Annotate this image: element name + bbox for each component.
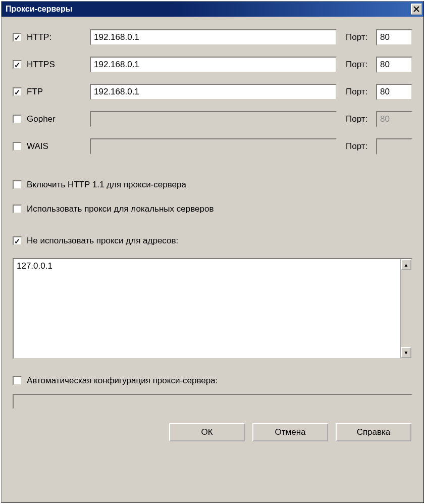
- scrollbar: ▲ ▼: [400, 259, 411, 358]
- gopher-checkbox[interactable]: [13, 115, 22, 124]
- autocfg-checkbox[interactable]: [13, 376, 22, 385]
- https-port-label: Порт:: [346, 60, 376, 70]
- http11-checkbox[interactable]: [13, 180, 22, 189]
- exclude-checkbox[interactable]: [13, 236, 22, 245]
- button-row: ОК Отмена Справка: [13, 423, 412, 441]
- http-checkbox[interactable]: [13, 33, 22, 42]
- http-label[interactable]: HTTP:: [27, 32, 90, 42]
- gopher-label[interactable]: Gopher: [27, 114, 90, 124]
- cancel-button[interactable]: Отмена: [252, 423, 328, 441]
- https-address-input[interactable]: [90, 57, 337, 73]
- wais-port-input: [376, 138, 412, 155]
- ok-button[interactable]: ОК: [169, 423, 245, 441]
- window-title: Прокси-серверы: [6, 5, 72, 14]
- http-port-label: Порт:: [346, 32, 376, 42]
- https-checkbox[interactable]: [13, 60, 22, 69]
- option-autocfg: Автоматическая конфигурация прокси-серве…: [13, 376, 412, 386]
- proxy-row-ftp: FTP Порт:: [13, 84, 412, 100]
- https-label[interactable]: HTTPS: [27, 60, 90, 70]
- ftp-address-input[interactable]: [90, 84, 337, 100]
- autocfg-label[interactable]: Автоматическая конфигурация прокси-серве…: [27, 376, 218, 386]
- http-address-input[interactable]: [90, 29, 337, 45]
- wais-address-input: [90, 138, 337, 155]
- wais-port-label: Порт:: [346, 141, 376, 152]
- gopher-port-label: Порт:: [346, 114, 376, 124]
- option-local: Использовать прокси для локальных сервер…: [13, 204, 412, 214]
- http-port-input[interactable]: [376, 29, 412, 45]
- exclude-label[interactable]: Не использовать прокси для адресов:: [27, 236, 178, 246]
- local-checkbox[interactable]: [13, 205, 22, 214]
- dialog-content: HTTP: Порт: HTTPS Порт: FTP Порт: Gopher: [2, 17, 423, 502]
- ftp-checkbox[interactable]: [13, 87, 22, 96]
- proxy-dialog: Прокси-серверы HTTP: Порт: HTTPS Порт: F…: [1, 1, 424, 503]
- option-http11: Включить HTTP 1.1 для прокси-сервера: [13, 180, 412, 190]
- scroll-down-button[interactable]: ▼: [401, 347, 411, 358]
- autocfg-input: [13, 394, 412, 409]
- proxy-row-http: HTTP: Порт:: [13, 29, 412, 45]
- exclude-textarea-wrap: ▲ ▼: [13, 258, 412, 359]
- close-button[interactable]: [411, 4, 422, 15]
- proxy-row-gopher: Gopher Порт:: [13, 111, 412, 127]
- exclude-textarea[interactable]: [14, 259, 400, 358]
- ftp-port-input[interactable]: [376, 84, 412, 100]
- option-exclude: Не использовать прокси для адресов:: [13, 236, 412, 246]
- help-button[interactable]: Справка: [336, 423, 411, 441]
- gopher-address-input: [90, 111, 337, 127]
- proxy-row-wais: WAIS Порт:: [13, 138, 412, 155]
- wais-label[interactable]: WAIS: [27, 141, 90, 152]
- ftp-port-label: Порт:: [346, 87, 376, 97]
- local-label[interactable]: Использовать прокси для локальных сервер…: [27, 204, 214, 214]
- https-port-input[interactable]: [376, 57, 412, 73]
- gopher-port-input: [376, 111, 412, 127]
- http11-label[interactable]: Включить HTTP 1.1 для прокси-сервера: [27, 180, 186, 190]
- titlebar: Прокси-серверы: [2, 2, 423, 17]
- proxy-row-https: HTTPS Порт:: [13, 57, 412, 73]
- wais-checkbox[interactable]: [13, 142, 22, 151]
- scroll-up-button[interactable]: ▲: [401, 259, 411, 270]
- ftp-label[interactable]: FTP: [27, 87, 90, 97]
